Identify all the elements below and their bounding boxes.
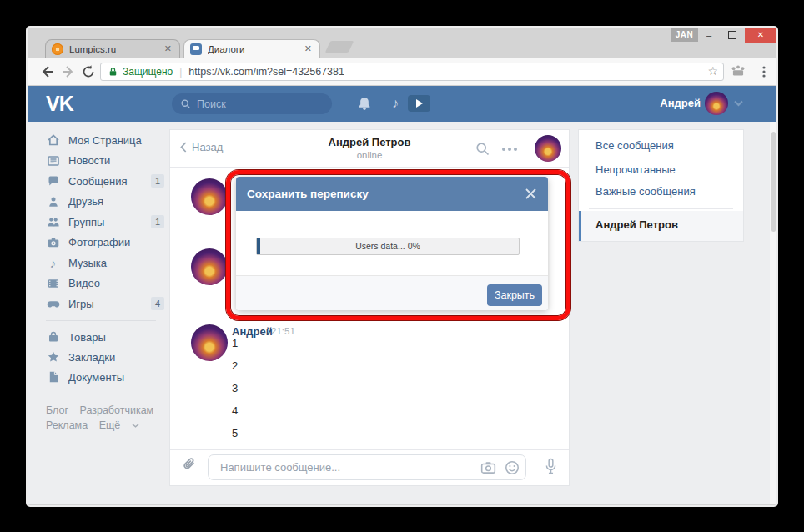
url-text: https://vk.com/im?sel=432567381	[188, 66, 344, 78]
extension-icon[interactable]	[731, 64, 746, 79]
sidebar-item-messages[interactable]: Сообщения 1	[46, 173, 164, 189]
header-avatar[interactable]	[705, 92, 728, 115]
modal-close-button[interactable]: Закрыть	[487, 284, 542, 306]
message-author[interactable]: Андрей	[232, 325, 273, 338]
badge-count: 4	[151, 297, 164, 310]
tab-close-icon[interactable]: ✕	[303, 43, 314, 54]
bookmarks-icon	[46, 350, 60, 364]
footer-link-ads[interactable]: Реклама	[46, 419, 88, 431]
save-conversation-modal: Сохранить переписку Users data... 0% Зак…	[236, 177, 548, 310]
tab-lumpics[interactable]: Lumpics.ru ✕	[45, 39, 180, 58]
sidebar-item-photos[interactable]: Фотографии	[46, 234, 164, 251]
home-icon	[46, 133, 60, 148]
bookmark-star-icon[interactable]: ☆	[707, 64, 718, 78]
chat-header: Назад Андрей Петров online	[170, 130, 569, 168]
documents-icon	[46, 370, 60, 384]
tab-close-icon[interactable]: ✕	[163, 43, 173, 54]
filter-unread[interactable]: Непрочитанные	[595, 163, 676, 176]
footer-link-more[interactable]: Ещё	[99, 419, 121, 431]
sidebar-footer-row2: Реклама Ещё	[46, 419, 139, 431]
tab-dialogs-active[interactable]: Диалоги ✕	[183, 39, 320, 58]
music-icon[interactable]: ♪	[392, 97, 399, 109]
search-placeholder: Поиск	[197, 98, 226, 110]
tab-title: Lumpics.ru	[69, 44, 163, 54]
jan-watermark-badge: JAN	[671, 28, 698, 42]
smiley-icon[interactable]	[505, 460, 520, 475]
maximize-button[interactable]	[721, 28, 743, 43]
sidebar-item-market[interactable]: Товары	[46, 329, 164, 345]
forward-icon[interactable]	[61, 64, 76, 79]
video-icon	[46, 276, 60, 290]
message-avatar[interactable]	[191, 324, 228, 361]
sidebar-item-my-page[interactable]: Моя Страница	[46, 132, 164, 148]
music-note-icon: ♪	[46, 256, 60, 270]
footer-link-developers[interactable]: Разработчикам	[80, 404, 154, 416]
sidebar-item-friends[interactable]: Друзья	[46, 193, 164, 210]
sidebar-divider	[46, 320, 156, 321]
message-avatar[interactable]	[191, 178, 228, 215]
filter-all-messages[interactable]: Все сообщения	[595, 139, 674, 152]
peer-name[interactable]: Андрей Петров	[170, 136, 569, 148]
address-bar[interactable]: Защищено | https://vk.com/im?sel=4325673…	[100, 63, 724, 81]
scrollbar-thumb[interactable]	[771, 132, 776, 232]
sidebar-item-news[interactable]: Новости	[46, 153, 164, 169]
message-input[interactable]: Напишите сообщение...	[208, 454, 526, 480]
reload-icon[interactable]	[81, 64, 96, 79]
browser-window: JAN – ✕ Lumpics.ru ✕ Диалоги ✕ Защищено …	[28, 28, 776, 505]
video-button[interactable]	[408, 95, 430, 112]
message-time: 21:51	[271, 326, 295, 336]
close-window-button[interactable]: ✕	[745, 28, 776, 43]
news-icon	[46, 153, 60, 168]
dialogs-favicon	[190, 43, 202, 55]
sidebar-item-documents[interactable]: Документы	[46, 369, 164, 385]
lumpics-favicon	[52, 43, 63, 55]
progress-bar: Users data... 0%	[256, 238, 520, 255]
badge-count: 1	[151, 174, 164, 188]
sidebar-item-video[interactable]: Видео	[46, 275, 164, 292]
progress-label: Users data... 0%	[257, 238, 519, 254]
chat-search-icon[interactable]	[475, 142, 490, 156]
modal-body: Users data... 0%	[236, 211, 548, 275]
security-label: Защищено	[123, 66, 173, 78]
browser-menu-icon[interactable]	[756, 64, 771, 79]
message-input-row: Напишите сообщение...	[170, 449, 569, 485]
sidebar-item-bookmarks[interactable]: Закладки	[46, 349, 164, 365]
vk-logo[interactable]: VK	[46, 92, 73, 116]
modal-header: Сохранить переписку	[236, 177, 548, 211]
sidebar-footer-row1: Блог Разработчикам	[46, 404, 162, 416]
modal-title: Сохранить переписку	[247, 177, 369, 211]
search-icon	[180, 98, 191, 109]
minimize-button[interactable]: –	[698, 28, 720, 43]
footer-link-blog[interactable]: Блог	[46, 404, 68, 416]
sidebar-item-games[interactable]: Игры 4	[46, 295, 164, 312]
chevron-down-icon	[132, 423, 139, 429]
groups-icon	[46, 215, 60, 229]
back-icon[interactable]	[39, 64, 54, 79]
message-text: 3	[232, 382, 238, 394]
badge-count: 1	[151, 215, 164, 228]
peer-avatar[interactable]	[535, 135, 561, 162]
maximize-icon	[728, 31, 736, 39]
microphone-icon[interactable]	[544, 458, 558, 476]
message-avatar[interactable]	[191, 248, 228, 285]
new-tab-button[interactable]	[325, 41, 354, 53]
filter-important[interactable]: Важные сообщения	[595, 185, 696, 198]
play-icon	[415, 99, 424, 108]
vk-search-input[interactable]: Поиск	[172, 93, 332, 114]
panel-divider	[589, 208, 733, 209]
chevron-down-icon[interactable]	[734, 100, 743, 107]
chat-actions-menu-icon[interactable]	[502, 148, 517, 151]
camera-icon[interactable]	[480, 460, 496, 475]
message-text: 1	[232, 337, 238, 349]
dialogs-filter-panel: Все сообщения Непрочитанные Важные сообщ…	[578, 129, 744, 242]
sidebar-item-groups[interactable]: Группы 1	[46, 213, 164, 230]
bell-icon[interactable]	[357, 96, 372, 111]
header-user-name[interactable]: Андрей	[660, 97, 701, 109]
message-placeholder: Напишите сообщение...	[220, 455, 340, 479]
paperclip-icon[interactable]	[181, 457, 197, 473]
address-divider: |	[179, 66, 182, 78]
active-dialog-item[interactable]: Андрей Петров	[579, 211, 743, 241]
sidebar-item-music[interactable]: ♪ Музыка	[46, 254, 164, 271]
photos-icon	[46, 235, 60, 249]
modal-close-icon[interactable]	[525, 188, 537, 200]
